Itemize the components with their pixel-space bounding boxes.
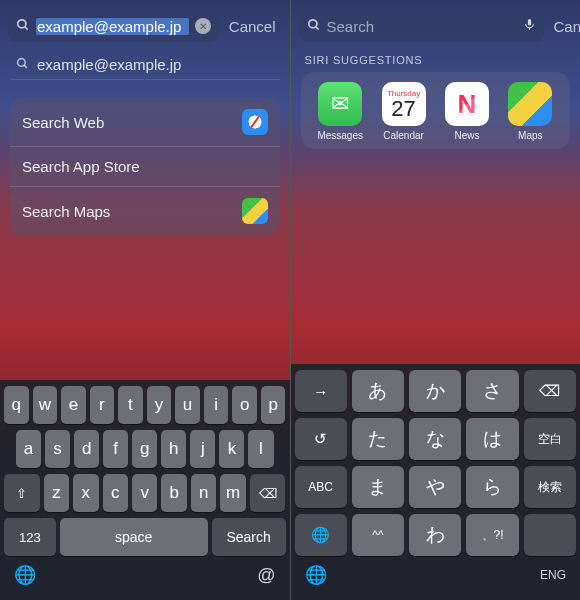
magnifier-icon bbox=[16, 18, 30, 35]
news-icon: N bbox=[445, 82, 489, 126]
key-j[interactable]: j bbox=[190, 430, 215, 468]
key-q[interactable]: q bbox=[4, 386, 29, 424]
key-a[interactable]: あ bbox=[352, 370, 404, 412]
calendar-icon: Thursday 27 bbox=[382, 82, 426, 126]
key-i[interactable]: i bbox=[204, 386, 229, 424]
key-b[interactable]: b bbox=[161, 474, 186, 512]
key-row-1: q w e r t y u i o p bbox=[4, 386, 286, 424]
search-web-row[interactable]: Search Web bbox=[10, 98, 280, 147]
key-d[interactable]: d bbox=[74, 430, 99, 468]
suggestion-text: example@example.jp bbox=[37, 56, 181, 73]
cancel-button[interactable]: Cancel bbox=[554, 18, 581, 35]
maps-icon bbox=[242, 198, 268, 224]
search-appstore-row[interactable]: Search App Store bbox=[10, 147, 280, 187]
mic-icon[interactable] bbox=[523, 16, 536, 36]
key-emote[interactable]: ^^ bbox=[352, 514, 404, 556]
key-g[interactable]: g bbox=[132, 430, 157, 468]
key-v[interactable]: v bbox=[132, 474, 157, 512]
app-maps[interactable]: Maps bbox=[500, 82, 560, 141]
search-field[interactable]: example@example.jp ✕ bbox=[8, 10, 219, 42]
globe-icon[interactable]: 🌐 bbox=[14, 564, 36, 586]
key-ra[interactable]: ら bbox=[466, 466, 518, 508]
siri-suggestions-header: SIRI SUGGESTIONS bbox=[305, 54, 567, 66]
magnifier-icon bbox=[16, 57, 29, 73]
key-space[interactable]: 空白 bbox=[524, 418, 576, 460]
clear-icon[interactable]: ✕ bbox=[195, 18, 211, 34]
app-messages[interactable]: Messages bbox=[310, 82, 370, 141]
keyboard-bottom-bar: 🌐 ENG bbox=[295, 562, 577, 590]
key-c[interactable]: c bbox=[103, 474, 128, 512]
app-label: News bbox=[454, 130, 479, 141]
key-ya[interactable]: や bbox=[409, 466, 461, 508]
key-l[interactable]: l bbox=[248, 430, 273, 468]
key-123[interactable]: 123 bbox=[4, 518, 56, 556]
key-row-3: ⇧ z x c v b n m ⌫ bbox=[4, 474, 286, 512]
key-y[interactable]: y bbox=[147, 386, 172, 424]
app-label: Calendar bbox=[383, 130, 424, 141]
app-news[interactable]: N News bbox=[437, 82, 497, 141]
svg-point-2 bbox=[18, 58, 26, 66]
at-key[interactable]: @ bbox=[257, 565, 275, 586]
key-a[interactable]: a bbox=[16, 430, 41, 468]
key-sa[interactable]: さ bbox=[466, 370, 518, 412]
key-abc[interactable]: ABC bbox=[295, 466, 347, 508]
key-h[interactable]: h bbox=[161, 430, 186, 468]
key-globe[interactable]: 🌐 bbox=[295, 514, 347, 556]
key-na[interactable]: な bbox=[409, 418, 461, 460]
key-ha[interactable]: は bbox=[466, 418, 518, 460]
key-wa[interactable]: わ bbox=[409, 514, 461, 556]
key-x[interactable]: x bbox=[73, 474, 98, 512]
svg-line-3 bbox=[24, 65, 27, 68]
key-row-4: 123 space Search bbox=[4, 518, 286, 556]
svg-point-4 bbox=[308, 19, 316, 27]
key-ta[interactable]: た bbox=[352, 418, 404, 460]
search-input-text[interactable]: example@example.jp bbox=[36, 18, 189, 35]
key-f[interactable]: f bbox=[103, 430, 128, 468]
search-maps-row[interactable]: Search Maps bbox=[10, 187, 280, 235]
action-label: Search Web bbox=[22, 114, 104, 131]
keyboard-bottom-bar: 🌐 @ bbox=[4, 562, 286, 590]
svg-line-5 bbox=[315, 26, 318, 29]
key-shift[interactable]: ⇧ bbox=[4, 474, 40, 512]
key-u[interactable]: u bbox=[175, 386, 200, 424]
globe-icon[interactable]: 🌐 bbox=[305, 564, 327, 586]
search-input[interactable] bbox=[327, 18, 517, 35]
key-e[interactable]: e bbox=[61, 386, 86, 424]
right-pane: Cancel SIRI SUGGESTIONS Messages Thursda… bbox=[290, 0, 581, 600]
key-w[interactable]: w bbox=[33, 386, 58, 424]
key-punct[interactable]: 、?! bbox=[466, 514, 518, 556]
app-label: Maps bbox=[518, 130, 542, 141]
jp-row-2: ↺ た な は 空白 bbox=[295, 418, 577, 460]
jp-row-3: ABC ま や ら 検索 bbox=[295, 466, 577, 508]
cancel-button[interactable]: Cancel bbox=[229, 18, 282, 35]
app-calendar[interactable]: Thursday 27 Calendar bbox=[374, 82, 434, 141]
key-next[interactable]: → bbox=[295, 370, 347, 412]
key-search[interactable]: Search bbox=[212, 518, 286, 556]
kana-keyboard: → あ か さ ⌫ ↺ た な は 空白 ABC ま や ら 検索 🌐 ^^ わ… bbox=[291, 364, 581, 600]
key-undo[interactable]: ↺ bbox=[295, 418, 347, 460]
key-blank bbox=[524, 514, 576, 556]
key-search[interactable]: 検索 bbox=[524, 466, 576, 508]
key-z[interactable]: z bbox=[44, 474, 69, 512]
key-r[interactable]: r bbox=[90, 386, 115, 424]
lang-label[interactable]: ENG bbox=[540, 568, 566, 582]
key-t[interactable]: t bbox=[118, 386, 143, 424]
key-k[interactable]: k bbox=[219, 430, 244, 468]
messages-icon bbox=[318, 82, 362, 126]
key-space[interactable]: space bbox=[60, 518, 208, 556]
maps-icon bbox=[508, 82, 552, 126]
key-ma[interactable]: ま bbox=[352, 466, 404, 508]
search-field[interactable] bbox=[299, 10, 544, 42]
key-n[interactable]: n bbox=[191, 474, 216, 512]
search-bar: Cancel bbox=[299, 10, 573, 42]
key-ka[interactable]: か bbox=[409, 370, 461, 412]
key-p[interactable]: p bbox=[261, 386, 286, 424]
suggestion-row[interactable]: example@example.jp bbox=[10, 50, 280, 80]
action-label: Search Maps bbox=[22, 203, 110, 220]
left-pane: example@example.jp ✕ Cancel example@exam… bbox=[0, 0, 290, 600]
key-backspace[interactable]: ⌫ bbox=[524, 370, 576, 412]
key-s[interactable]: s bbox=[45, 430, 70, 468]
key-backspace[interactable]: ⌫ bbox=[250, 474, 286, 512]
key-m[interactable]: m bbox=[220, 474, 245, 512]
key-o[interactable]: o bbox=[232, 386, 257, 424]
